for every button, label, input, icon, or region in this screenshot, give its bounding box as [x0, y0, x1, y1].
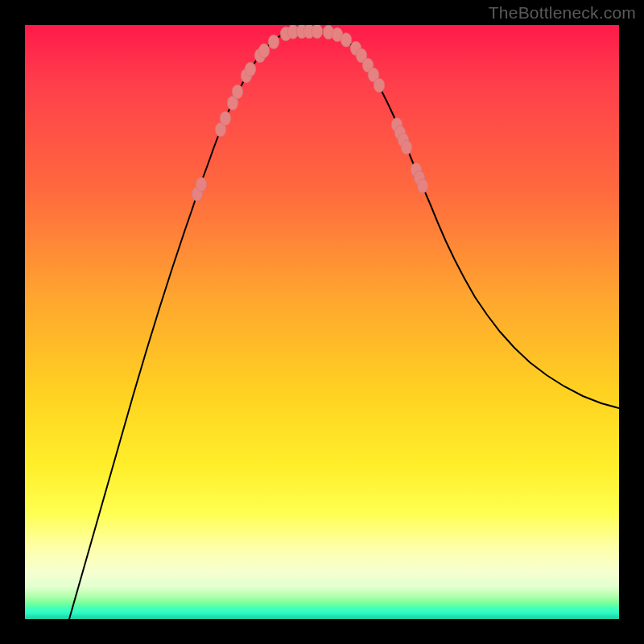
curve-marker — [220, 111, 231, 126]
curve-marker — [401, 140, 412, 155]
chart-frame: TheBottleneck.com — [0, 0, 644, 644]
curve-marker — [417, 179, 428, 193]
chart-svg — [25, 25, 619, 619]
watermark-label: TheBottleneck.com — [489, 3, 636, 23]
curve-marker — [258, 43, 270, 58]
curve-marker — [312, 25, 323, 39]
curve-marker — [196, 177, 207, 192]
curve-marker — [232, 85, 243, 99]
curve-marker — [245, 62, 256, 76]
bottleneck-curve — [69, 31, 619, 619]
chart-plot-area — [25, 25, 619, 619]
curve-marker — [268, 35, 279, 49]
curve-marker — [374, 78, 385, 93]
curve-marker — [341, 33, 352, 47]
